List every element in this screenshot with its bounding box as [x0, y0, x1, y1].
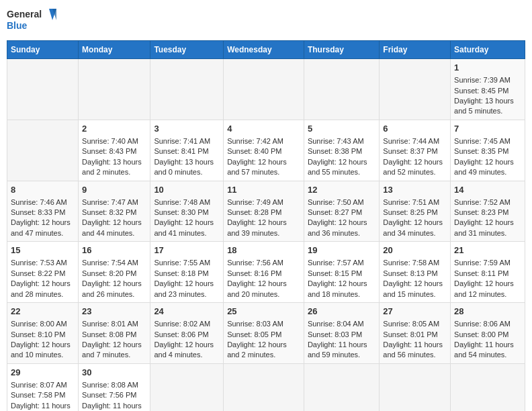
sunrise-text: Sunrise: 7:57 AM	[308, 258, 375, 268]
sunrise-text: Sunrise: 7:50 AM	[308, 197, 375, 208]
sunrise-text: Sunrise: 7:46 AM	[11, 197, 75, 208]
calendar-cell: 4Sunrise: 7:42 AMSunset: 8:40 PMDaylight…	[224, 120, 304, 181]
calendar-cell: 20Sunrise: 7:58 AMSunset: 8:13 PMDayligh…	[380, 242, 451, 303]
day-number: 26	[308, 306, 375, 318]
day-number: 24	[154, 306, 220, 318]
daylight-text: Daylight: 12 hours and 2 minutes.	[227, 340, 300, 361]
day-number: 9	[82, 184, 146, 196]
sunrise-text: Sunrise: 8:07 AM	[11, 380, 75, 390]
sunrise-text: Sunrise: 8:06 AM	[454, 319, 521, 329]
calendar-cell: 7Sunrise: 7:45 AMSunset: 8:35 PMDaylight…	[451, 120, 525, 181]
daylight-text: Daylight: 12 hours and 55 minutes.	[308, 157, 375, 178]
day-number: 4	[227, 123, 300, 135]
sunrise-text: Sunrise: 7:39 AM	[454, 75, 521, 85]
sunset-text: Sunset: 8:43 PM	[82, 146, 146, 156]
calendar-cell: 22Sunrise: 8:00 AMSunset: 8:10 PMDayligh…	[7, 303, 79, 364]
day-header-tuesday: Tuesday	[150, 41, 224, 59]
calendar-cell: 29Sunrise: 8:07 AMSunset: 7:58 PMDayligh…	[7, 363, 79, 411]
day-number: 5	[308, 123, 375, 135]
day-number: 16	[82, 244, 146, 257]
sunrise-text: Sunrise: 7:49 AM	[227, 197, 300, 208]
daylight-text: Daylight: 12 hours and 20 minutes.	[227, 279, 300, 300]
week-row-5: 22Sunrise: 8:00 AMSunset: 8:10 PMDayligh…	[7, 303, 525, 364]
calendar-cell: 18Sunrise: 7:56 AMSunset: 8:16 PMDayligh…	[224, 242, 304, 303]
sunset-text: Sunset: 8:20 PM	[82, 269, 146, 279]
sunrise-text: Sunrise: 7:47 AM	[82, 197, 146, 208]
calendar-cell: 21Sunrise: 7:59 AMSunset: 8:11 PMDayligh…	[451, 242, 525, 303]
calendar-cell	[7, 59, 79, 120]
sunrise-text: Sunrise: 7:42 AM	[227, 136, 300, 146]
daylight-text: Daylight: 12 hours and 57 minutes.	[227, 157, 300, 178]
calendar-cell	[224, 363, 304, 411]
day-number: 13	[383, 184, 447, 196]
sunset-text: Sunset: 8:00 PM	[454, 330, 521, 340]
daylight-text: Daylight: 11 hours and 54 minutes.	[454, 340, 521, 361]
daylight-text: Daylight: 12 hours and 39 minutes.	[227, 218, 300, 238]
day-number: 1	[454, 62, 521, 74]
calendar-cell: 8Sunrise: 7:46 AMSunset: 8:33 PMDaylight…	[7, 181, 79, 242]
calendar-cell: 28Sunrise: 8:06 AMSunset: 8:00 PMDayligh…	[451, 303, 525, 364]
daylight-text: Daylight: 12 hours and 36 minutes.	[308, 218, 375, 238]
calendar-cell: 16Sunrise: 7:54 AMSunset: 8:20 PMDayligh…	[79, 242, 150, 303]
calendar-cell: 6Sunrise: 7:44 AMSunset: 8:37 PMDaylight…	[380, 120, 451, 181]
daylight-text: Daylight: 12 hours and 31 minutes.	[454, 218, 521, 238]
sunset-text: Sunset: 8:18 PM	[154, 269, 220, 279]
calendar-cell	[150, 59, 224, 120]
day-number: 11	[227, 184, 300, 196]
daylight-text: Daylight: 13 hours and 5 minutes.	[454, 96, 521, 117]
calendar-cell	[380, 363, 451, 411]
calendar-cell	[7, 120, 79, 181]
day-number: 12	[308, 184, 375, 196]
calendar-cell: 1Sunrise: 7:39 AMSunset: 8:45 PMDaylight…	[451, 59, 525, 120]
sunrise-text: Sunrise: 8:05 AM	[383, 319, 447, 329]
day-number: 19	[308, 244, 375, 257]
sunset-text: Sunset: 8:22 PM	[11, 269, 75, 279]
sunset-text: Sunset: 8:40 PM	[227, 146, 300, 156]
day-number: 29	[11, 367, 75, 379]
day-number: 17	[154, 244, 220, 257]
sunset-text: Sunset: 8:10 PM	[11, 330, 75, 340]
sunrise-text: Sunrise: 7:44 AM	[383, 136, 447, 146]
week-row-2: 2Sunrise: 7:40 AMSunset: 8:43 PMDaylight…	[7, 120, 525, 181]
sunset-text: Sunset: 8:38 PM	[308, 146, 375, 156]
sunrise-text: Sunrise: 8:04 AM	[308, 319, 375, 329]
calendar-cell: 10Sunrise: 7:48 AMSunset: 8:30 PMDayligh…	[150, 181, 224, 242]
daylight-text: Daylight: 12 hours and 49 minutes.	[454, 157, 521, 178]
daylight-text: Daylight: 12 hours and 18 minutes.	[308, 279, 375, 300]
calendar-cell	[380, 59, 451, 120]
sunrise-text: Sunrise: 8:01 AM	[82, 319, 146, 329]
sunrise-text: Sunrise: 7:58 AM	[383, 258, 447, 268]
calendar-cell: 11Sunrise: 7:49 AMSunset: 8:28 PMDayligh…	[224, 181, 304, 242]
day-number: 14	[454, 184, 521, 196]
day-number: 2	[82, 123, 146, 135]
calendar-cell: 17Sunrise: 7:55 AMSunset: 8:18 PMDayligh…	[150, 242, 224, 303]
sunset-text: Sunset: 7:58 PM	[11, 390, 75, 400]
daylight-text: Daylight: 12 hours and 23 minutes.	[154, 279, 220, 300]
daylight-text: Daylight: 12 hours and 12 minutes.	[454, 279, 521, 300]
sunset-text: Sunset: 8:33 PM	[11, 208, 75, 218]
calendar-cell	[451, 363, 525, 411]
daylight-text: Daylight: 12 hours and 4 minutes.	[154, 340, 220, 361]
daylight-text: Daylight: 12 hours and 7 minutes.	[82, 340, 146, 361]
sunset-text: Sunset: 8:15 PM	[308, 269, 375, 279]
day-number: 27	[383, 306, 447, 318]
calendar-cell: 19Sunrise: 7:57 AMSunset: 8:15 PMDayligh…	[304, 242, 379, 303]
calendar-cell: 5Sunrise: 7:43 AMSunset: 8:38 PMDaylight…	[304, 120, 379, 181]
sunset-text: Sunset: 8:28 PM	[227, 208, 300, 218]
sunrise-text: Sunrise: 8:02 AM	[154, 319, 220, 329]
calendar-cell: 30Sunrise: 8:08 AMSunset: 7:56 PMDayligh…	[79, 363, 150, 411]
daylight-text: Daylight: 12 hours and 15 minutes.	[383, 279, 447, 300]
calendar-cell: 2Sunrise: 7:40 AMSunset: 8:43 PMDaylight…	[79, 120, 150, 181]
calendar-cell: 13Sunrise: 7:51 AMSunset: 8:25 PMDayligh…	[380, 181, 451, 242]
logo: General Blue	[7, 7, 60, 35]
day-number: 3	[154, 123, 220, 135]
daylight-text: Daylight: 13 hours and 0 minutes.	[154, 157, 220, 178]
sunrise-text: Sunrise: 8:00 AM	[11, 319, 75, 329]
calendar-cell	[79, 59, 150, 120]
day-header-monday: Monday	[79, 41, 150, 59]
calendar-table: SundayMondayTuesdayWednesdayThursdayFrid…	[7, 40, 525, 411]
sunrise-text: Sunrise: 7:45 AM	[454, 136, 521, 146]
day-number: 21	[454, 244, 521, 257]
daylight-text: Daylight: 12 hours and 10 minutes.	[11, 340, 75, 361]
day-number: 22	[11, 306, 75, 318]
